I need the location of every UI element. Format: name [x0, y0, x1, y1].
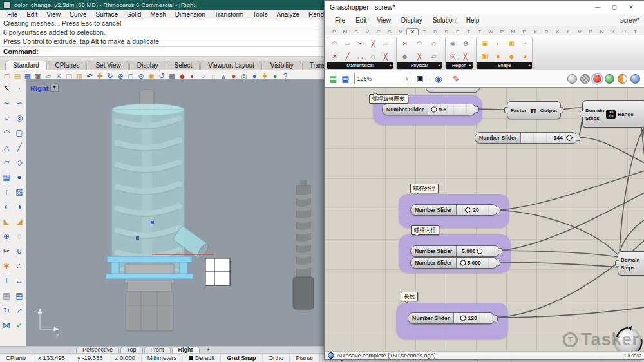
category-tab[interactable]: D: [441, 29, 452, 35]
category-tab[interactable]: T: [630, 29, 641, 35]
output-nub[interactable]: [475, 106, 479, 113]
minimize-icon[interactable]: —: [589, 4, 606, 10]
category-tab[interactable]: R: [541, 29, 552, 35]
input-nub[interactable]: [580, 111, 583, 118]
category-tab[interactable]: W: [486, 29, 497, 35]
curve-x-icon[interactable]: ╳: [371, 40, 375, 47]
copy-tool-icon[interactable]: ▤: [13, 288, 26, 303]
check-icon[interactable]: ✓: [13, 318, 26, 332]
range-component-partial[interactable]: Domain Steps: [618, 251, 644, 276]
grasshopper-canvas[interactable]: 螺桿旋轉圈數 螺桿外徑 螺桿內徑 長度 Number Slider 9.6 Fa…: [325, 88, 644, 351]
group-tag-outer[interactable]: 螺桿外徑: [410, 184, 439, 193]
boolean-union-icon[interactable]: ⊕: [0, 229, 13, 243]
mesh-intersect-icon[interactable]: ◇: [371, 53, 376, 60]
category-tab[interactable]: M: [507, 29, 518, 35]
category-tab[interactable]: M: [395, 29, 406, 35]
expand-icon[interactable]: +: [438, 62, 440, 69]
category-tab[interactable]: C: [373, 29, 384, 35]
slider-knob[interactable]: [460, 260, 466, 266]
group-tag-inner[interactable]: 螺桿內徑: [411, 225, 439, 235]
join-icon[interactable]: ∪: [13, 243, 26, 258]
slider-track[interactable]: 120: [454, 313, 495, 323]
polygon-icon[interactable]: △: [0, 140, 13, 155]
status-item[interactable]: Millimeters: [142, 354, 183, 362]
status-item[interactable]: Default: [183, 354, 221, 362]
grasshopper-titlebar[interactable]: Grasshopper - screw* — ◻ ✕: [325, 1, 644, 14]
group-tag-turns[interactable]: 螺桿旋轉圈數: [369, 94, 408, 104]
slider-track[interactable]: 9.6: [428, 104, 476, 115]
green-sphere-icon[interactable]: [605, 74, 614, 84]
status-item[interactable]: Ortho: [263, 354, 290, 362]
solid-union2-icon[interactable]: ▣: [482, 53, 488, 60]
status-item[interactable]: Grid Snap: [221, 354, 262, 362]
category-tab[interactable]: S: [351, 29, 362, 35]
number-slider-turns[interactable]: Number Slider 9.6: [382, 104, 477, 115]
viewport-right[interactable]: Right ▼: [26, 79, 324, 347]
loft-icon[interactable]: ◐: [0, 199, 13, 214]
slider-track[interactable]: 144: [521, 133, 577, 143]
control-curve-icon[interactable]: ∽: [13, 95, 26, 110]
output-nub[interactable]: [494, 315, 498, 322]
category-tab[interactable]: N: [596, 29, 607, 35]
rhino-menu-item[interactable]: Transform: [210, 11, 248, 18]
category-tab[interactable]: D: [430, 29, 440, 35]
grasshopper-menu-item[interactable]: Display: [396, 17, 428, 24]
grasshopper-menu-item[interactable]: Edit: [350, 17, 372, 24]
explode-icon[interactable]: ✱: [0, 258, 13, 273]
slider-knob[interactable]: [460, 316, 466, 321]
solid-intersect-icon[interactable]: ◆: [402, 53, 408, 60]
selection-handle[interactable]: [151, 221, 154, 224]
knot-icon[interactable]: ◡: [357, 53, 363, 60]
toolbar-tab[interactable]: Viewport Layout: [200, 61, 262, 70]
category-tab[interactable]: H: [619, 29, 630, 35]
status-item[interactable]: Planar: [290, 354, 319, 362]
chamfer-icon[interactable]: ◢: [13, 214, 26, 229]
maximize-icon[interactable]: ◻: [606, 4, 623, 10]
viewport-title-label[interactable]: Right: [30, 84, 48, 92]
mirror-icon[interactable]: ⋈: [0, 318, 13, 332]
toolbar-tab[interactable]: Display: [129, 61, 166, 70]
solid-diamond-icon[interactable]: ◆: [509, 53, 514, 60]
curve-split-icon[interactable]: ✕: [402, 40, 408, 47]
output-nub[interactable]: [497, 207, 500, 214]
x-collide-icon[interactable]: ╳: [417, 53, 421, 60]
rhino-menu-item[interactable]: Solid: [122, 11, 146, 18]
status-item[interactable]: x 133.496: [32, 354, 71, 362]
output-nub[interactable]: [497, 260, 500, 267]
category-tab[interactable]: K: [552, 29, 563, 35]
brep-shape-icon[interactable]: ▱: [345, 40, 350, 47]
line-icon[interactable]: ╱: [13, 140, 26, 155]
region-x-icon[interactable]: ╳: [464, 53, 468, 60]
plane-icon[interactable]: ▱: [383, 40, 388, 47]
region-union-icon[interactable]: ◉: [450, 40, 456, 47]
slider-knob[interactable]: [464, 206, 471, 213]
category-tab[interactable]: S: [384, 29, 395, 35]
standalone-screw-model[interactable]: [291, 180, 316, 309]
slider-knob[interactable]: [565, 134, 573, 141]
arc-collide-icon[interactable]: ◠: [417, 40, 422, 47]
solid-blob-icon[interactable]: ●: [496, 53, 500, 60]
rhino-menu-item[interactable]: Tools: [248, 11, 272, 18]
category-tab[interactable]: K: [585, 29, 596, 35]
category-tab[interactable]: F: [452, 29, 463, 35]
output-nub[interactable]: [498, 248, 502, 255]
group-tag-length[interactable]: 長度: [401, 292, 418, 301]
close-icon[interactable]: ✕: [623, 4, 639, 10]
slider-knob[interactable]: [431, 107, 437, 113]
clipped-slider[interactable]: [426, 88, 480, 93]
hatch-sphere-icon[interactable]: [580, 74, 590, 84]
fillet-icon[interactable]: ◣: [0, 214, 13, 229]
net-intersect-icon[interactable]: ╳: [384, 53, 388, 60]
solid-union-icon[interactable]: ▣: [482, 40, 488, 47]
grasshopper-menu-item[interactable]: Solution: [428, 17, 461, 24]
viewport-dropdown-icon[interactable]: ▼: [50, 84, 59, 92]
viewport-title[interactable]: Right ▼: [30, 84, 59, 92]
points-on-icon[interactable]: ∴: [13, 258, 26, 273]
open-document-icon[interactable]: ▤: [329, 74, 337, 84]
output-nub[interactable]: [560, 107, 564, 114]
save-document-icon[interactable]: ▦: [341, 74, 349, 84]
boolean-difference-icon[interactable]: ◌: [13, 229, 26, 243]
category-tab[interactable]: M: [339, 29, 350, 35]
box-icon[interactable]: ▦: [0, 169, 13, 184]
category-tab[interactable]: K: [607, 29, 618, 35]
